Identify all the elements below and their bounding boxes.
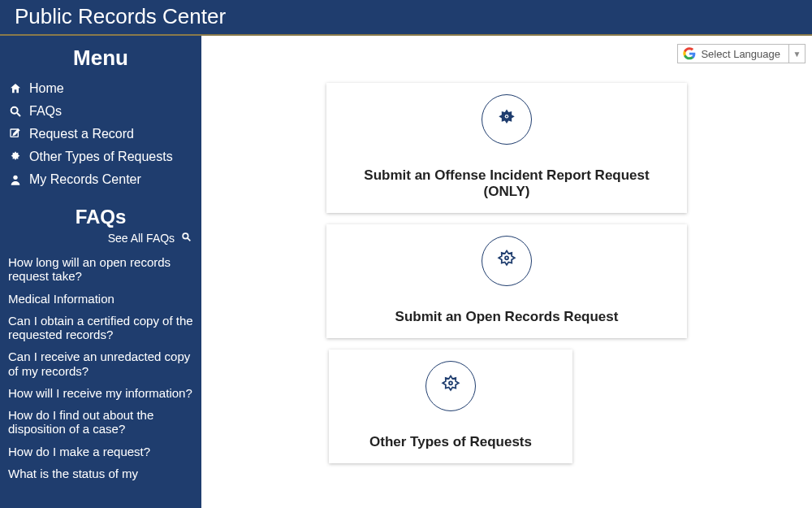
svg-line-1: [17, 113, 20, 116]
badge-icon-circle: [482, 94, 532, 145]
google-icon: [683, 47, 696, 60]
card-title: Other Types of Requests: [345, 434, 556, 450]
svg-point-7: [506, 115, 508, 117]
badge-outline-icon: [438, 374, 463, 398]
faq-item[interactable]: How do I make a request?: [0, 441, 201, 462]
faq-list: How long will an open records request ta…: [0, 251, 201, 484]
nav-item-label: Request a Record: [29, 127, 134, 141]
chevron-down-icon: ▼: [788, 45, 805, 63]
user-icon: [8, 172, 23, 187]
menu-title: Menu: [0, 46, 201, 71]
page-title: Public Records Center: [15, 4, 226, 28]
nav-item-home[interactable]: Home: [0, 77, 201, 100]
nav-item-request-record[interactable]: Request a Record: [0, 123, 201, 145]
card-open-records-request[interactable]: Submit an Open Records Request: [326, 224, 687, 338]
see-all-faqs-link[interactable]: See All FAQs: [0, 232, 201, 251]
nav-item-label: Home: [29, 81, 64, 96]
faq-item[interactable]: How will I receive my information?: [0, 382, 201, 404]
faq-item[interactable]: What is the status of my: [0, 462, 201, 484]
badge-icon-circle: [425, 361, 476, 411]
faq-item[interactable]: Can I obtain a certified copy of the req…: [0, 310, 201, 346]
nav-item-my-records[interactable]: My Records Center: [0, 168, 201, 191]
badge-icon: [495, 107, 519, 132]
see-all-label: See All FAQs: [108, 232, 175, 245]
card-title: Submit an Open Records Request: [343, 309, 671, 325]
faq-item[interactable]: Can I receive an unredacted copy of my r…: [0, 345, 201, 382]
faq-item[interactable]: Medical Information: [0, 288, 201, 310]
nav-item-label: My Records Center: [29, 172, 141, 187]
faqs-title: FAQs: [0, 206, 201, 228]
svg-point-0: [11, 107, 18, 114]
card-title: Submit an Offense Incident Report Reques…: [343, 167, 671, 200]
card-other-requests[interactable]: Other Types of Requests: [329, 350, 572, 463]
nav-item-other-requests[interactable]: Other Types of Requests: [0, 145, 201, 168]
sidebar: Menu Home FAQs Request a Record: [0, 36, 201, 508]
badge-icon: [8, 150, 23, 164]
body-wrap: Menu Home FAQs Request a Record: [0, 36, 812, 508]
language-label: Select Language: [701, 48, 788, 60]
main-content: Select Language ▼ Submit an Offense Inci…: [201, 36, 812, 508]
svg-point-9: [449, 381, 452, 384]
badge-outline-icon: [495, 249, 519, 273]
svg-point-3: [13, 176, 17, 180]
search-icon: [8, 104, 23, 119]
faq-item[interactable]: How do I find out about the disposition …: [0, 404, 201, 441]
nav-list: Home FAQs Request a Record Other Types o…: [0, 77, 201, 191]
svg-line-5: [188, 238, 190, 241]
language-selector[interactable]: Select Language ▼: [677, 44, 806, 63]
card-offense-incident-report[interactable]: Submit an Offense Incident Report Reques…: [326, 83, 687, 213]
svg-point-8: [505, 256, 508, 259]
faq-item[interactable]: How long will an open records request ta…: [0, 251, 201, 288]
nav-item-label: Other Types of Requests: [29, 150, 173, 164]
cards-container: Submit an Offense Incident Report Reques…: [201, 83, 812, 463]
search-icon: [181, 232, 192, 245]
home-icon: [8, 81, 23, 96]
nav-item-label: FAQs: [29, 104, 62, 119]
svg-point-4: [183, 233, 188, 239]
badge-icon-circle: [482, 236, 532, 286]
page-header: Public Records Center: [0, 0, 812, 36]
edit-icon: [8, 127, 23, 141]
nav-item-faqs[interactable]: FAQs: [0, 100, 201, 123]
